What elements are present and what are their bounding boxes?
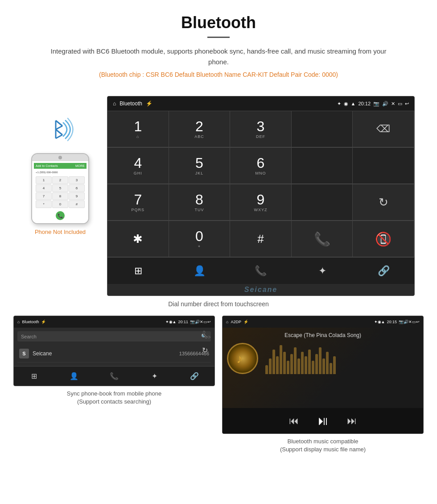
keypad-row-2: 4 GHI 5 JKL 6 MNO bbox=[107, 147, 414, 184]
keypad-row-3: 7 PQRS 8 TUV 9 WXYZ ↻ bbox=[107, 184, 414, 221]
nav-phone[interactable]: 📞 bbox=[230, 258, 292, 284]
pb-app-name: Bluetooth bbox=[22, 320, 39, 324]
key-1[interactable]: 1 ⌂ bbox=[107, 111, 169, 147]
window-icon: ▭ bbox=[398, 101, 402, 107]
contact-name: Seicane bbox=[33, 350, 176, 357]
music-eq-visual bbox=[265, 343, 419, 374]
redial-icon: ↻ bbox=[379, 196, 388, 209]
svg-line-1 bbox=[56, 121, 62, 126]
music-album-row: ♪ bbox=[227, 343, 419, 374]
volume-icon: 🔊 bbox=[382, 101, 388, 107]
phone-camera bbox=[58, 156, 62, 159]
pb-nav-contacts[interactable]: 👤 bbox=[54, 367, 94, 386]
bluetooth-specs: (Bluetooth chip : CSR BC6 Default Blueto… bbox=[9, 71, 428, 78]
music-content: Escape (The Pina Colada Song) ♪ bbox=[223, 328, 423, 408]
phone-top-bar bbox=[32, 154, 88, 161]
bluetooth-wave-icon bbox=[45, 114, 76, 145]
pb-nav-bluetooth[interactable]: ✦ bbox=[134, 367, 174, 386]
ms-home-icon: ⌂ bbox=[226, 320, 228, 324]
fast-forward-button[interactable]: ⏭ bbox=[347, 415, 357, 427]
svg-line-3 bbox=[56, 129, 62, 135]
svg-line-4 bbox=[56, 135, 62, 138]
key-2[interactable]: 2 ABC bbox=[169, 111, 231, 147]
key-7[interactable]: 7 PQRS bbox=[107, 184, 169, 221]
back-icon: ↩ bbox=[405, 101, 409, 107]
key-5[interactable]: 5 JKL bbox=[169, 148, 231, 184]
page-header: Bluetooth Integrated with BC6 Bluetooth … bbox=[0, 0, 437, 92]
pb-nav-dialpad[interactable]: ⊞ bbox=[14, 367, 54, 386]
phone-side: Add to Contacts MORE +1 (555) 000-0000 1… bbox=[22, 96, 98, 235]
bluetooth-status-icon: ✦ bbox=[337, 101, 341, 107]
page-title: Bluetooth bbox=[9, 13, 428, 32]
svg-line-2 bbox=[56, 126, 62, 129]
nav-link[interactable]: 🔗 bbox=[353, 258, 414, 284]
ms-usb-icon: ⚡ bbox=[243, 320, 248, 324]
nav-bluetooth[interactable]: ✦ bbox=[292, 258, 353, 284]
dial-status-bar: ⌂ Bluetooth ⚡ ✦ ◉ ▲ 20:12 📷 🔊 ✕ ▭ ↩ bbox=[107, 96, 414, 111]
key-call-green[interactable]: 📞 bbox=[292, 221, 353, 257]
phonebook-screen: ⌂ Bluetooth ⚡ ✦◉▲ 20:11 📷🔊✕▭↩ Search 🔍 S bbox=[13, 316, 215, 386]
ms-app-name: A2DP bbox=[231, 320, 241, 324]
keypad-row-4: ✱ 0 + # 📞 📵 bbox=[107, 221, 414, 257]
phonebook-status-bar: ⌂ Bluetooth ⚡ ✦◉▲ 20:11 📷🔊✕▭↩ bbox=[14, 316, 214, 328]
music-controls: ⏮ ⏯ ⏭ bbox=[223, 408, 423, 433]
key-empty-2 bbox=[292, 148, 353, 184]
pb-usb-icon: ⚡ bbox=[41, 320, 46, 324]
svg-text:♪: ♪ bbox=[236, 352, 243, 366]
pb-nav-link[interactable]: 🔗 bbox=[174, 367, 214, 386]
call-red-icon: 📵 bbox=[375, 231, 392, 247]
phone-mockup: Add to Contacts MORE +1 (555) 000-0000 1… bbox=[31, 153, 89, 224]
main-image-section: Add to Contacts MORE +1 (555) 000-0000 1… bbox=[0, 92, 437, 296]
home-icon: ⌂ bbox=[113, 100, 116, 107]
ms-time: 20:15 bbox=[387, 320, 397, 324]
keypad-row-1: 1 ⌂ 2 ABC 3 DEF ⌫ bbox=[107, 111, 414, 147]
bottom-screens: ⌂ Bluetooth ⚡ ✦◉▲ 20:11 📷🔊✕▭↩ Search 🔍 S bbox=[0, 316, 437, 464]
search-bar[interactable]: Search 🔍 bbox=[17, 331, 211, 342]
camera-icon: 📷 bbox=[373, 101, 379, 107]
phone-screen-header: Add to Contacts MORE bbox=[34, 163, 87, 169]
key-0[interactable]: 0 + bbox=[169, 221, 231, 257]
key-3[interactable]: 3 DEF bbox=[230, 111, 292, 147]
usb-icon: ⚡ bbox=[146, 100, 153, 107]
key-hash[interactable]: # bbox=[230, 221, 292, 257]
delete-icon: ⌫ bbox=[376, 123, 390, 135]
phonebook-content: Search 🔍 S Seicane 13566664466 bbox=[14, 328, 214, 366]
phone-not-included-label: Phone Not Included bbox=[35, 229, 86, 235]
key-9[interactable]: 9 WXYZ bbox=[230, 184, 292, 221]
contact-avatar: S bbox=[19, 349, 29, 358]
key-call-red[interactable]: 📵 bbox=[353, 221, 414, 257]
signal-icon: ▲ bbox=[351, 101, 356, 106]
dial-app-name: Bluetooth bbox=[120, 100, 142, 107]
music-caption: Bluetooth music compatible(Support displ… bbox=[278, 434, 367, 455]
contact-row[interactable]: S Seicane 13566664466 bbox=[17, 345, 211, 362]
key-6[interactable]: 6 MNO bbox=[230, 148, 292, 184]
pb-refresh-icon[interactable]: ↻ bbox=[202, 346, 211, 354]
music-screen: ⌂ A2DP ⚡ ✦◉▲ 20:15 📷🔊✕▭↩ Escape (The Pin… bbox=[222, 316, 424, 434]
phone-keypad: 1 2 3 4 5 6 7 8 9 * 0 # bbox=[34, 176, 87, 210]
key-redial[interactable]: ↻ bbox=[353, 184, 414, 221]
pb-nav-phone[interactable]: 📞 bbox=[94, 367, 134, 386]
eq-bars bbox=[265, 343, 419, 374]
pb-home-icon: ⌂ bbox=[17, 320, 20, 324]
nav-dialpad[interactable]: ⊞ bbox=[107, 258, 169, 284]
location-icon: ◉ bbox=[344, 101, 348, 107]
music-song-title: Escape (The Pina Colada Song) bbox=[284, 332, 361, 338]
call-green-icon: 📞 bbox=[314, 231, 330, 247]
title-divider bbox=[207, 37, 230, 38]
dial-nav-bar: ⊞ 👤 📞 ✦ 🔗 bbox=[107, 257, 414, 284]
pb-phone-icon[interactable]: 📞 bbox=[202, 330, 211, 339]
key-8[interactable]: 8 TUV bbox=[169, 184, 231, 221]
nav-contacts[interactable]: 👤 bbox=[169, 258, 231, 284]
dial-time: 20:12 bbox=[358, 101, 371, 106]
play-pause-button[interactable]: ⏯ bbox=[317, 413, 329, 428]
phone-screen: Add to Contacts MORE +1 (555) 000-0000 1… bbox=[32, 161, 88, 223]
phone-call-button: 📞 bbox=[56, 211, 65, 220]
key-star[interactable]: ✱ bbox=[107, 221, 169, 257]
dial-screen: ⌂ Bluetooth ⚡ ✦ ◉ ▲ 20:12 📷 🔊 ✕ ▭ ↩ 1 ⌂ bbox=[107, 96, 415, 296]
key-4[interactable]: 4 GHI bbox=[107, 148, 169, 184]
key-empty-3 bbox=[353, 148, 414, 184]
rewind-button[interactable]: ⏮ bbox=[289, 415, 299, 427]
search-placeholder: Search bbox=[21, 334, 37, 339]
key-delete[interactable]: ⌫ bbox=[353, 111, 414, 147]
music-note-icon: ♪ bbox=[235, 350, 251, 367]
